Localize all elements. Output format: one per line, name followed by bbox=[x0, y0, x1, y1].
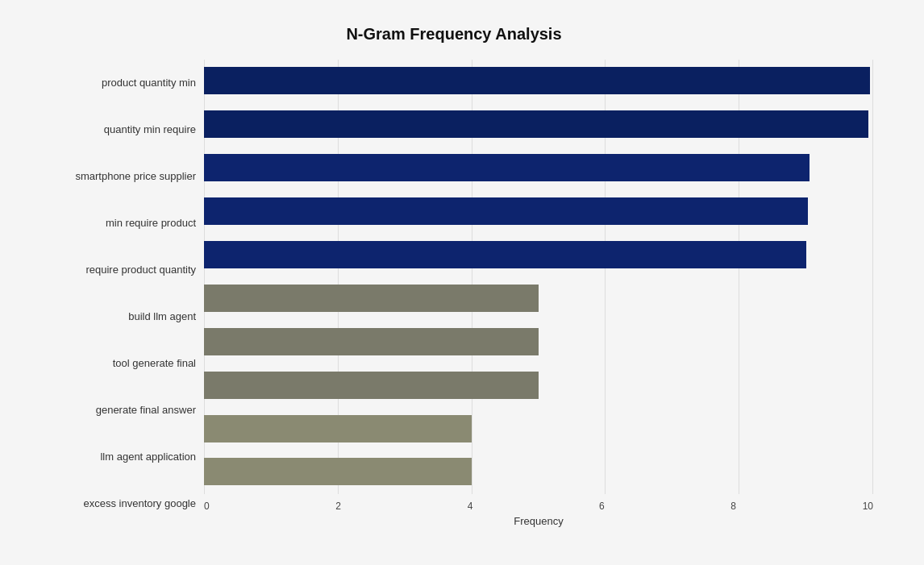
y-label: min require product bbox=[106, 218, 196, 228]
y-label: require product quantity bbox=[85, 264, 196, 275]
bar-row bbox=[204, 107, 873, 141]
bar bbox=[204, 285, 539, 312]
bar bbox=[204, 241, 806, 268]
bar bbox=[204, 328, 539, 355]
bar-row bbox=[204, 412, 873, 446]
bars-section: 0246810 Frequency bbox=[204, 60, 873, 527]
y-label: product quantity min bbox=[102, 77, 196, 88]
y-label: tool generate final bbox=[113, 358, 196, 368]
bar-row bbox=[204, 238, 873, 272]
y-labels: product quantity minquantity min require… bbox=[35, 60, 204, 527]
y-label: smartphone price supplier bbox=[75, 171, 196, 181]
y-label: llm agent application bbox=[100, 451, 196, 462]
bar bbox=[204, 415, 472, 442]
x-tick: 2 bbox=[335, 501, 341, 512]
y-label: quantity min require bbox=[104, 124, 196, 135]
bar bbox=[204, 458, 472, 485]
bar-row bbox=[204, 368, 873, 402]
x-tick: 0 bbox=[204, 501, 210, 512]
bar-row bbox=[204, 194, 873, 228]
bar bbox=[204, 154, 810, 181]
chart-title: N-Gram Frequency Analysis bbox=[35, 25, 873, 44]
bar bbox=[204, 67, 870, 94]
y-label: excess inventory google bbox=[84, 498, 196, 509]
bar bbox=[204, 110, 868, 138]
bar-row bbox=[204, 325, 873, 359]
chart-area: product quantity minquantity min require… bbox=[35, 60, 873, 527]
bar-row bbox=[204, 455, 873, 488]
x-tick: 8 bbox=[730, 501, 736, 512]
bar-row bbox=[204, 151, 873, 185]
bars-wrapper bbox=[204, 60, 873, 494]
x-axis-label: Frequency bbox=[204, 515, 873, 527]
bar-row bbox=[204, 64, 873, 98]
chart-container: N-Gram Frequency Analysis product quanti… bbox=[19, 9, 905, 557]
x-tick: 6 bbox=[599, 501, 605, 512]
x-axis: 0246810 bbox=[204, 494, 873, 512]
y-label: build llm agent bbox=[128, 311, 196, 322]
bar bbox=[204, 197, 808, 225]
x-tick: 4 bbox=[468, 501, 473, 512]
x-tick: 10 bbox=[863, 501, 873, 512]
y-label: generate final answer bbox=[96, 405, 196, 415]
bar-row bbox=[204, 281, 873, 315]
bar bbox=[204, 372, 539, 399]
